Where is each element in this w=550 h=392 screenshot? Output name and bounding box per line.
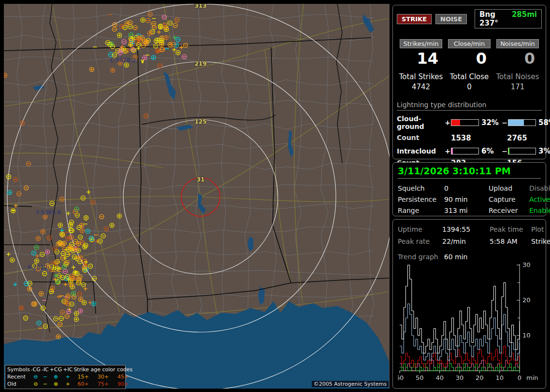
nexstorm-app: 31321912531 L-3978-2∨Y-5365-6+X-2012-7= …: [0, 0, 550, 392]
dist-name: Cloud-ground: [397, 115, 444, 130]
setting-label-1b: Capture: [489, 196, 529, 203]
setting-label-1a: Persistence: [398, 196, 444, 203]
count-row-0: Count15382765: [397, 134, 542, 142]
bearing-readout: Bng 237° 285mi: [475, 9, 542, 28]
legend-col-+IC: +IC: [62, 366, 73, 373]
storm-cell-Y-5365-6: Y-5365-6: [35, 209, 61, 216]
svg-text:125: 125: [194, 118, 206, 125]
setting-value-1a: 90 min: [444, 196, 489, 203]
distribution-row-1: Intracloud+6%−3%: [397, 147, 542, 155]
svg-text:219: 219: [194, 60, 206, 67]
counter-chip-cell: Strikes/min: [397, 39, 445, 48]
setting-value-2a: 313 mi: [444, 207, 489, 214]
total-label-1: Total Close: [445, 72, 493, 81]
total-label-0: Total Strikes: [397, 72, 445, 81]
distribution-row-0: Cloud-ground+32%−58%: [397, 115, 542, 130]
rate-chip-1: Close/min: [448, 39, 491, 48]
legend-symbol-2: ⊕: [49, 373, 62, 380]
plus-sign: +: [444, 147, 451, 155]
lightning-map[interactable]: 31321912531 L-3978-2∨Y-5365-6+X-2012-7= …: [4, 4, 390, 389]
distance-value: 285mi: [512, 10, 537, 28]
setting-label-2b: Receiver: [489, 207, 529, 214]
svg-text:31: 31: [197, 176, 205, 183]
total-value-1: 0: [445, 83, 493, 91]
counter-chip-cell: Close/min: [445, 39, 493, 48]
total-value-0: 4742: [397, 83, 445, 91]
trend-graph-label: Trend graph: [398, 253, 438, 261]
setting-value-0b: Disabled: [529, 184, 550, 192]
stat-label-0: Uptime: [398, 225, 442, 233]
svg-text:+: +: [66, 210, 71, 217]
plus-bar-fill: [451, 120, 460, 126]
rate-value-0: 14: [397, 49, 445, 68]
stat-c2-1: 5:58 AM: [490, 238, 531, 245]
spacer: [444, 134, 451, 142]
stat-c3-1: Strike: [531, 238, 550, 245]
plus-bar-fill: [451, 148, 453, 154]
storm-cell-L-3978-2: L-3978-2: [110, 57, 136, 64]
legend-col-+CG: +CG: [49, 366, 62, 373]
stat-c3-0: Plot: [531, 225, 550, 233]
legend-symbol-2: ⊕: [49, 380, 62, 388]
legend-symbol-0: ⊖: [30, 373, 41, 380]
counter-chip-cell: Noises/min: [493, 39, 542, 48]
bearing-value: Bng 237°: [479, 10, 500, 28]
svg-text:30: 30: [456, 374, 464, 381]
total-label-2: Total Noises: [493, 72, 542, 81]
svg-text:50: 50: [416, 374, 424, 381]
svg-text:30: 30: [522, 262, 531, 268]
setting-value-1b: Active: [529, 196, 550, 203]
legend-symbol-3: +: [62, 380, 73, 388]
total-value-2: 171: [493, 83, 542, 91]
status-panel: 3/11/2026 3:10:11 PM Squelch0UploadDisab…: [392, 162, 546, 216]
svg-text:20: 20: [522, 296, 531, 304]
stat-c2-0: Peak time: [490, 225, 531, 233]
minus-bar: [508, 119, 536, 126]
legend-symbols-title: Symbols: [5, 366, 30, 373]
minus-bar: [508, 148, 536, 154]
strike-button[interactable]: STRIKE: [397, 14, 432, 24]
plus-pct: 6%: [479, 147, 501, 155]
svg-text:313: 313: [194, 4, 206, 9]
distribution-title: Lightning type distribution: [397, 101, 542, 111]
count-label: Count: [397, 134, 444, 142]
svg-text:60: 60: [398, 374, 404, 381]
minus-bar-fill: [508, 120, 524, 126]
map-canvas[interactable]: 31321912531 L-3978-2∨Y-5365-6+X-2012-7=: [4, 4, 390, 389]
setting-label-0b: Upload: [489, 184, 529, 192]
svg-text:20: 20: [476, 374, 484, 381]
noise-button[interactable]: NOISE: [435, 14, 467, 24]
legend-col--CG: -CG: [30, 366, 41, 373]
svg-text:min: min: [526, 374, 538, 381]
plus-bar: [451, 119, 479, 126]
plus-pct: 32%: [479, 118, 501, 127]
rate-chip-0: Strikes/min: [400, 39, 442, 48]
setting-value-0a: 0: [444, 184, 489, 192]
copyright: ©2005 Astrogenic Systems: [312, 381, 389, 387]
setting-value-2b: Enabled: [529, 207, 550, 214]
plus-count: 1538: [451, 134, 507, 142]
minus-pct: 3%: [536, 147, 550, 155]
rate-chip-2: Noises/min: [496, 39, 539, 48]
map-legend: Symbols-CG-IC+CG+ICStrike age color code…: [5, 365, 126, 389]
svg-text:=: =: [57, 265, 62, 272]
plus-bar: [451, 148, 479, 154]
legend-symbol-1: −: [41, 373, 49, 380]
svg-text:10: 10: [495, 374, 504, 381]
setting-label-2a: Range: [398, 207, 444, 214]
minus-count: 2765: [507, 134, 542, 142]
trend-graph: 1020306050403020100min: [398, 262, 542, 388]
legend-col--IC: -IC: [41, 366, 49, 373]
legend-symbol-3: +: [62, 373, 73, 380]
legend-age-75+: 75+: [93, 380, 113, 388]
minus-pct: 58%: [536, 118, 550, 127]
rate-value-1: 0: [445, 49, 493, 68]
datetime: 3/11/2026 3:10:11 PM: [398, 166, 541, 179]
legend-age-30+: 30+: [93, 373, 113, 380]
legend-age-title: Strike age color codes: [73, 366, 133, 373]
svg-text:0: 0: [518, 374, 521, 381]
legend-age-15+: 15+: [73, 373, 93, 380]
stat-value-1: 22/min: [442, 238, 490, 245]
legend-row-Old: Old: [5, 380, 30, 388]
legend-symbol-1: −: [41, 380, 49, 388]
